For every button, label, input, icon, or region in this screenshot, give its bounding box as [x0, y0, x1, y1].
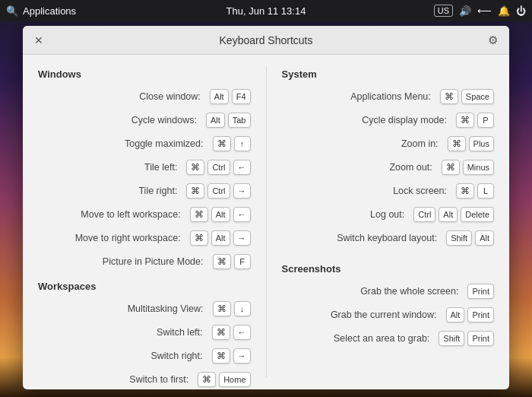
right-column: System Applications Menu: ⌘ Space Cycle … — [282, 67, 495, 377]
dialog-titlebar: ✕ Keyboard Shortcuts ⚙ — [23, 26, 509, 55]
keyboard-layout-badge[interactable]: US — [434, 5, 453, 17]
shortcut-applications-menu: Applications Menu: ⌘ Space — [282, 87, 495, 106]
shortcut-toggle-maximized: Toggle maximized: ⌘ ↑ — [38, 135, 251, 153]
screenshots-section-title: Screenshots — [282, 263, 495, 275]
shortcut-switch-right: Switch right: ⌘ → — [38, 347, 251, 365]
shortcut-multitasking-view: Multitasking View: ⌘ ↓ — [38, 300, 251, 318]
topbar-left: 🔍 Applications — [6, 5, 76, 17]
dialog-title: Keyboard Shortcuts — [220, 34, 313, 46]
shortcut-switch-first: Switch to first: ⌘ Home — [38, 370, 251, 389]
notification-icon[interactable]: 🔔 — [498, 5, 510, 17]
shortcut-grab-whole-screen: Grab the whole screen: Print — [282, 282, 495, 300]
windows-section-title: Windows — [38, 68, 251, 80]
shortcut-log-out: Log out: Ctrl Alt Delete — [282, 205, 495, 224]
shortcut-select-area-grab: Select an area to grab: Shift Print — [282, 329, 495, 348]
shortcut-tile-right: Tile right: ⌘ Ctrl → — [38, 182, 251, 200]
app-menu-label[interactable]: Applications — [23, 5, 76, 17]
shortcut-close-window: Close window: Alt F4 — [38, 87, 251, 106]
keyboard-shortcuts-dialog: ✕ Keyboard Shortcuts ⚙ Windows Close win… — [23, 26, 509, 389]
shortcut-cycle-windows: Cycle windows: Alt Tab — [38, 111, 251, 129]
left-column: Windows Close window: Alt F4 Cycle windo… — [38, 67, 251, 377]
settings-icon[interactable]: ⚙ — [485, 33, 500, 48]
shortcut-zoom-out: Zoom out: ⌘ Minus — [282, 158, 495, 176]
volume-icon[interactable]: 🔊 — [459, 5, 471, 17]
system-section-title: System — [282, 68, 495, 80]
shortcut-move-left-workspace: Move to left workspace: ⌘ Alt ← — [38, 205, 251, 224]
shortcut-move-right-workspace: Move to right workspace: ⌘ Alt → — [38, 229, 251, 247]
shortcut-tile-left: Tile left: ⌘ Ctrl ← — [38, 158, 251, 176]
topbar-datetime: Thu, Jun 11 13:14 — [226, 5, 306, 17]
shortcut-switch-left: Switch left: ⌘ ← — [38, 323, 251, 341]
search-icon: 🔍 — [6, 5, 18, 17]
shortcut-switch-keyboard-layout: Switch keyboard layout: Shift Alt — [282, 229, 495, 247]
topbar: 🔍 Applications Thu, Jun 11 13:14 US 🔊 ⟵ … — [0, 0, 532, 21]
workspaces-section-title: Workspaces — [38, 281, 251, 292]
dialog-content: Windows Close window: Alt F4 Cycle windo… — [23, 55, 509, 389]
close-button[interactable]: ✕ — [32, 33, 46, 47]
shortcut-grab-current-window: Grab the current window: Alt Print — [282, 306, 495, 324]
shortcut-zoom-in: Zoom in: ⌘ Plus — [282, 135, 495, 153]
shortcut-cycle-display: Cycle display mode: ⌘ P — [282, 111, 495, 129]
power-icon[interactable]: ⏻ — [516, 5, 526, 17]
battery-icon[interactable]: ⟵ — [477, 5, 492, 17]
shortcut-lock-screen: Lock screen: ⌘ L — [282, 182, 495, 200]
shortcut-pip: Picture in Picture Mode: ⌘ F — [38, 252, 251, 271]
topbar-right: US 🔊 ⟵ 🔔 ⏻ — [434, 5, 526, 17]
column-divider — [266, 67, 267, 377]
